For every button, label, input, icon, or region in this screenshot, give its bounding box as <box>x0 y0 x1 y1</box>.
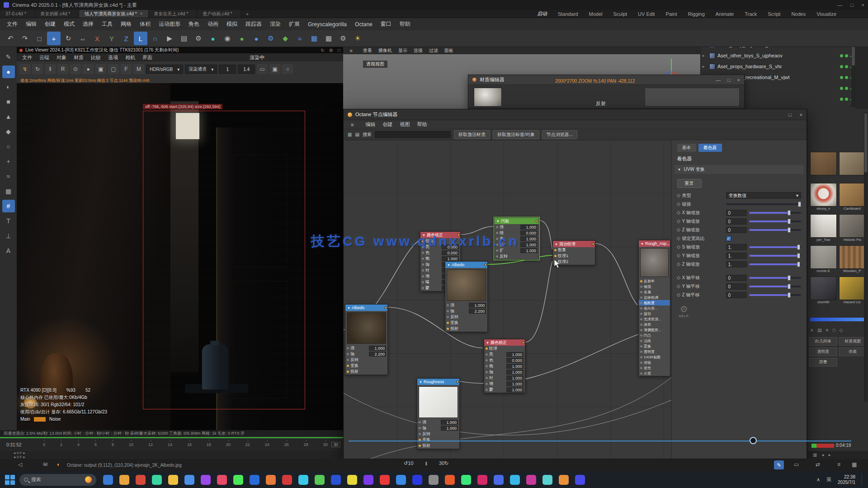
viewer-tool-icon[interactable]: ▭ <box>257 64 268 74</box>
node-param-row[interactable]: 变换 <box>417 437 459 443</box>
tool-icon[interactable]: ◐ <box>2 80 15 93</box>
toolbar-icon[interactable]: ↻ <box>61 32 75 45</box>
taskbar-app-icon[interactable] <box>575 475 585 485</box>
material-thumbnail[interactable]: Historic Pa <box>839 214 866 242</box>
reset-button[interactable]: 重置 <box>677 179 702 188</box>
material-pin-row[interactable]: 涂层 <box>639 322 670 327</box>
param-slider[interactable] <box>749 294 801 296</box>
pause-button[interactable]: ‖ <box>425 461 427 466</box>
material-thumbnail[interactable] <box>839 152 866 180</box>
panel-tool-icon[interactable]: ≡ <box>826 328 829 333</box>
material-pin-row[interactable]: 置换 <box>639 343 670 349</box>
node-param-row[interactable]: 反转 <box>495 253 539 259</box>
viewport-menu-item[interactable]: 过滤 <box>426 47 441 54</box>
toolbar-icon[interactable]: ⚙ <box>264 32 278 45</box>
material-preview-image[interactable] <box>810 277 837 300</box>
tool-icon[interactable]: + <box>2 155 15 168</box>
node-rough-asphalt-material[interactable]: ▼Rough_Asp... 反射率镜面金属边缘色调粗糙度各向异...旋转光泽层深… <box>638 240 670 376</box>
viewer-tool-icon[interactable]: ○ <box>282 64 293 74</box>
show-desktop-button[interactable] <box>862 474 863 486</box>
live-viewer-menu-item[interactable]: 界面 <box>139 53 156 62</box>
node-albedo-1[interactable]: ▼Albedo 强1.000伽2.200反转变换投射 <box>445 261 488 332</box>
toolbar-icon[interactable]: ∩ <box>148 32 162 45</box>
panel-tool-icon[interactable]: □ <box>833 328 835 333</box>
live-viewer-menu-item[interactable]: 材质 <box>70 53 87 62</box>
document-tab[interactable]: 情人节漂亮商异女孩.c4d * × <box>79 10 148 18</box>
node-roughness[interactable]: ▼Roughness 强1.000伽1.000反转变换投射 <box>417 378 460 449</box>
tool-icon[interactable]: ▦ <box>2 185 15 197</box>
panel-tool-icon[interactable]: ∧ <box>810 328 813 333</box>
monitor-icon[interactable]: ▭ <box>794 461 799 468</box>
viewer-tool-icon[interactable]: ▢ <box>108 64 119 74</box>
node-param-row[interactable]: 反转 <box>345 357 387 363</box>
taskbar-clock[interactable]: 22:38 2025/7/1 <box>838 474 855 485</box>
end-frame-box[interactable]: 30 <box>331 442 340 447</box>
node-param-row[interactable]: 强1.000 <box>417 419 459 425</box>
workspace-tab[interactable]: Paint <box>665 11 677 17</box>
menu-item[interactable]: 选择 <box>79 18 98 30</box>
maximize-icon[interactable]: □ <box>338 48 340 53</box>
step-left-icon[interactable]: ◂ <box>821 452 824 457</box>
start-button[interactable] <box>5 474 15 485</box>
toolbar-icon[interactable]: ◉ <box>221 32 234 45</box>
new-tab-button[interactable]: + <box>241 10 253 18</box>
value-field[interactable]: 0 <box>726 218 747 225</box>
toolbar-icon[interactable]: ↷ <box>18 32 32 45</box>
node-param-row[interactable]: 投射 <box>445 326 487 332</box>
material-pin-row[interactable]: 旋转 <box>639 311 670 316</box>
workspace-tab[interactable]: UV Edit <box>638 11 655 17</box>
taskbar-app-icon[interactable] <box>510 475 520 485</box>
node-param-row[interactable]: 伽1.000 <box>417 425 459 431</box>
taskbar-app-icon[interactable] <box>184 475 194 485</box>
live-viewer-menu-item[interactable]: 比较 <box>87 53 104 62</box>
menu-item[interactable]: 窗口 <box>377 18 396 30</box>
material-thumbnail[interactable]: Hazard Lic <box>839 277 866 305</box>
tool-icon[interactable]: ▲ <box>2 110 15 123</box>
param-slider[interactable] <box>749 286 801 287</box>
checkbox[interactable] <box>726 236 731 241</box>
window-maximize-button[interactable]: □ <box>850 2 854 8</box>
taskbar-app-icon[interactable] <box>445 475 455 485</box>
menu-item[interactable]: 体积 <box>136 18 155 30</box>
node-param-row[interactable]: 伽1.000 <box>484 369 525 375</box>
value-field[interactable]: 1. <box>726 244 747 250</box>
object-manager-scrollbar[interactable] <box>851 39 855 107</box>
inspector-param-row[interactable]: 类型 变换数值▾ 变换数值 <box>677 191 801 200</box>
taskbar-app-icon[interactable] <box>380 475 390 485</box>
viewer-tool-icon[interactable]: ● <box>83 64 94 74</box>
taskbar-app-icon[interactable] <box>266 475 276 485</box>
param-slider[interactable] <box>749 263 801 265</box>
toolbar-icon[interactable]: ▦ <box>307 32 321 45</box>
material-thumbnail[interactable]: Wooden_P <box>839 245 866 273</box>
inspector-param-row[interactable]: Y 轴平移 0▾ 0 <box>677 282 801 291</box>
menu-item[interactable]: 模式 <box>60 18 79 30</box>
taskbar-app-icon[interactable] <box>201 475 211 485</box>
node-param-row[interactable]: 增1.000 <box>484 381 525 387</box>
material-pin-row[interactable]: 透明度 <box>639 349 670 354</box>
node-param-row[interactable]: 纹理 <box>484 346 525 352</box>
material-preview-image[interactable] <box>839 183 866 206</box>
timeline[interactable]: 0:31:52 024681012141618202224262830 30 <box>0 437 343 451</box>
timeline-track[interactable] <box>349 441 851 441</box>
workspace-tab[interactable]: Nodes <box>791 11 806 17</box>
tray-expand-icon[interactable]: ∧ <box>816 477 820 483</box>
node-editor-button[interactable]: 获取激活标签/对象 <box>493 130 539 139</box>
viewer-tool-icon[interactable]: R <box>57 64 68 74</box>
node-param-row[interactable]: 强1.000 <box>495 224 539 230</box>
toolbar-icon[interactable]: ↶ <box>4 32 17 45</box>
swap-arrows-icon[interactable]: ⇄ <box>816 461 820 468</box>
node-param-row[interactable]: 饱1.000 <box>484 363 525 369</box>
viewer-tool-icon[interactable]: F <box>121 64 132 74</box>
grid-icon[interactable]: ▦ <box>852 461 857 468</box>
taskbar-app-icon[interactable] <box>282 475 292 485</box>
taskbar-app-icon[interactable] <box>168 475 178 485</box>
menu-item[interactable]: 运动图形 <box>155 18 184 30</box>
frame-spinner[interactable]: ◂0 F▸ <box>14 451 25 455</box>
node-canvas[interactable]: ▼颜色校正 纹理亮0.000色0.000饱1.000伽1.000对1.增1.曝0… <box>344 140 671 459</box>
value-field[interactable]: 0 <box>726 210 747 216</box>
toolbar-icon[interactable]: ● <box>206 32 220 45</box>
param-slider[interactable] <box>749 277 801 279</box>
menu-item[interactable]: 动画 <box>203 18 222 30</box>
node-param-row[interactable]: 对1.000 <box>484 375 525 381</box>
param-slider[interactable] <box>749 221 801 222</box>
